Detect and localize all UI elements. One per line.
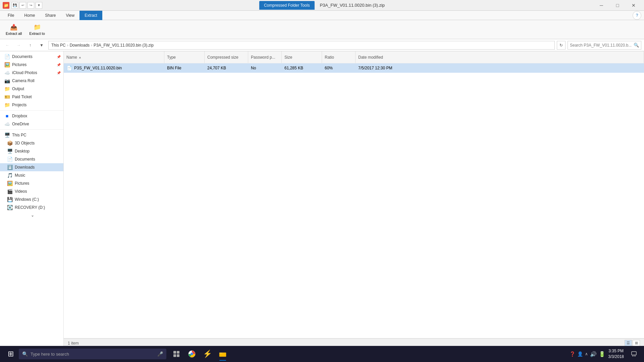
breadcrumb-sep-2: ›: [91, 43, 92, 48]
taskbar-apps: ⚡: [169, 347, 230, 361]
help-button[interactable]: ?: [633, 11, 641, 20]
search-bar[interactable]: 🔍: [568, 41, 641, 50]
taskbar-search[interactable]: 🔍 Type here to search 🎤: [19, 349, 166, 359]
column-header-size[interactable]: Size: [282, 51, 322, 63]
sidebar-item-paid-ticket[interactable]: 🎫 Paid Ticket: [0, 93, 63, 101]
sidebar-item-icloud[interactable]: ☁️ iCloud Photos 📌: [0, 69, 63, 77]
minimize-button[interactable]: ─: [594, 0, 609, 11]
back-button[interactable]: ←: [3, 41, 12, 50]
col-date-label: Date modified: [358, 55, 383, 60]
pictures-pc-icon: 🖼️: [7, 181, 13, 186]
recent-locations-button[interactable]: ▼: [37, 41, 46, 50]
redo-icon[interactable]: ↪: [28, 2, 34, 9]
taskbar-edge[interactable]: ⚡: [200, 347, 215, 361]
sidebar-item-projects[interactable]: 📁 Projects: [0, 101, 63, 109]
column-header-password[interactable]: Password p...: [248, 51, 282, 63]
details-view-button[interactable]: ☰: [625, 340, 632, 347]
volume-icon[interactable]: 🔊: [590, 351, 597, 357]
file-cell-name: 📄 P3S_FW_V01.11.0020.bin: [64, 63, 164, 73]
sidebar-item-videos[interactable]: 🎬 Videos: [0, 187, 63, 195]
tiles-view-button[interactable]: ⊞: [633, 340, 640, 347]
window-title-filename: P3A_FW_V01.11.0020.bin (3).zip: [320, 3, 385, 8]
taskbar-chrome[interactable]: [184, 347, 199, 361]
quick-access-toolbar: 💾 ↩ ↪ ▼: [11, 2, 42, 9]
svg-rect-2: [173, 354, 176, 357]
sidebar-scroll-down[interactable]: ⌄: [0, 212, 63, 219]
breadcrumb-zipfile[interactable]: P3A_FW_V01.11.0020.bin (3).zip: [94, 43, 154, 48]
save-icon[interactable]: 💾: [11, 2, 18, 9]
column-header-ratio[interactable]: Ratio: [322, 51, 356, 63]
sidebar-label-downloads: Downloads: [15, 165, 35, 170]
sidebar-item-this-pc[interactable]: 🖥️ This PC: [0, 131, 63, 139]
table-row[interactable]: 📄 P3S_FW_V01.11.0020.bin BIN File 24,707…: [64, 63, 644, 73]
sidebar-item-documents-qa[interactable]: 📄 Documents 📌: [0, 53, 63, 61]
sidebar-item-3d-objects[interactable]: 📦 3D Objects: [0, 139, 63, 147]
tab-extract[interactable]: Extract: [79, 11, 102, 20]
extract-to-icon: 📁: [34, 23, 41, 31]
breadcrumb-bar[interactable]: This PC › Downloads › P3A_FW_V01.11.0020…: [48, 41, 555, 50]
tab-file[interactable]: File: [3, 11, 19, 20]
taskbar-file-explorer[interactable]: [215, 347, 230, 361]
svg-rect-3: [177, 354, 179, 357]
sidebar-label-onedrive: OneDrive: [12, 122, 29, 126]
sidebar-item-dropbox[interactable]: ■ Dropbox: [0, 112, 63, 120]
sidebar-label-projects: Projects: [12, 103, 26, 107]
action-center-button[interactable]: [627, 347, 641, 361]
item-count: 1 item: [68, 341, 79, 346]
chevron-down-icon: ⌄: [31, 213, 34, 218]
file-list-body: 📄 P3S_FW_V01.11.0020.bin BIN File 24,707…: [64, 63, 644, 338]
column-header-name[interactable]: Name ▲: [64, 51, 164, 63]
breadcrumb-downloads[interactable]: Downloads: [70, 43, 90, 48]
recovery-d-icon: 💽: [7, 205, 13, 210]
sidebar-label-documents-pc: Documents: [15, 157, 35, 162]
sidebar-item-documents-pc[interactable]: 📄 Documents: [0, 155, 63, 163]
ribbon-content: 📤 Extract all 📁 Extract to: [0, 20, 644, 39]
column-header-date[interactable]: Date modified: [356, 51, 644, 63]
sidebar-item-onedrive[interactable]: ☁️ OneDrive: [0, 120, 63, 128]
sidebar-item-camera-roll[interactable]: 📷 Camera Roll: [0, 77, 63, 85]
column-header-type[interactable]: Type: [164, 51, 205, 63]
sidebar-item-output[interactable]: 📁 Output: [0, 85, 63, 93]
extract-all-button[interactable]: 📤 Extract all: [3, 22, 25, 37]
sidebar-item-windows-c[interactable]: 💾 Windows (C:): [0, 195, 63, 203]
sidebar-divider-2: [0, 129, 63, 130]
extract-to-button[interactable]: 📁 Extract to: [26, 22, 48, 37]
column-header-compressed-size[interactable]: Compressed size: [205, 51, 248, 63]
help-systray-icon[interactable]: ❓: [570, 351, 575, 357]
documents-pc-icon: 📄: [7, 157, 13, 162]
start-button[interactable]: ⊞: [3, 346, 19, 362]
title-bar-left: 📁 💾 ↩ ↪ ▼: [3, 2, 42, 9]
undo-icon[interactable]: ↩: [19, 2, 26, 9]
more-icon[interactable]: ▼: [36, 2, 42, 9]
tab-home[interactable]: Home: [19, 11, 40, 20]
show-hidden-icons[interactable]: ∧: [585, 352, 588, 356]
up-button[interactable]: ↑: [25, 41, 35, 50]
file-icon: 📄: [66, 65, 72, 71]
sidebar-item-recovery-d[interactable]: 💽 RECOVERY (D:): [0, 203, 63, 212]
forward-button[interactable]: →: [14, 41, 23, 50]
desktop-icon: 🖥️: [7, 148, 13, 154]
breadcrumb-this-pc[interactable]: This PC: [51, 43, 66, 48]
search-icon[interactable]: 🔍: [634, 43, 639, 48]
icloud-icon: ☁️: [4, 70, 10, 75]
extract-all-label: Extract all: [6, 32, 22, 36]
tab-view[interactable]: View: [61, 11, 79, 20]
close-button[interactable]: ✕: [626, 0, 641, 11]
taskbar-clock[interactable]: 3:35 PM 3/3/2018: [608, 348, 624, 360]
3d-objects-icon: 📦: [7, 140, 13, 146]
tab-share[interactable]: Share: [40, 11, 61, 20]
taskbar-task-view[interactable]: [169, 347, 184, 361]
user-icon[interactable]: 👤: [577, 351, 583, 357]
sidebar-item-downloads[interactable]: ⬇️ Downloads: [0, 163, 63, 171]
search-taskbar-icon: 🔍: [22, 351, 28, 357]
sidebar-item-music[interactable]: 🎵 Music: [0, 171, 63, 179]
maximize-button[interactable]: □: [610, 0, 625, 11]
pin-icon-pictures: 📌: [57, 63, 61, 67]
search-input[interactable]: [570, 43, 632, 48]
sidebar-item-desktop[interactable]: 🖥️ Desktop: [0, 147, 63, 155]
battery-icon[interactable]: 🔋: [599, 351, 605, 357]
sidebar-item-pictures-pc[interactable]: 🖼️ Pictures: [0, 179, 63, 187]
sidebar-item-pictures-qa[interactable]: 🖼️ Pictures 📌: [0, 61, 63, 69]
microphone-icon[interactable]: 🎤: [157, 351, 163, 357]
refresh-button[interactable]: ↻: [557, 41, 566, 50]
